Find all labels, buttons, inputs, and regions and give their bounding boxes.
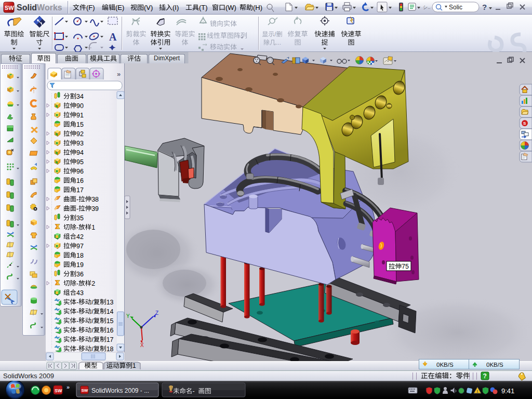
svg-text:0KB/S: 0KB/S — [486, 362, 503, 368]
svg-text:»: » — [117, 70, 121, 78]
svg-text:X: X — [140, 342, 144, 348]
svg-text:SW: SW — [5, 5, 14, 11]
svg-text:!: ! — [477, 389, 478, 394]
svg-text:シ..: シ.. — [423, 5, 430, 10]
svg-text:SolidWorks 2009 - ...: SolidWorks 2009 - ... — [91, 387, 149, 394]
svg-text:A: A — [109, 31, 117, 43]
svg-text:»: » — [66, 384, 70, 390]
svg-text:0KB/S: 0KB/S — [436, 362, 454, 368]
svg-text:S: S — [523, 121, 526, 126]
svg-text:SolidWorks: SolidWorks — [17, 3, 62, 12]
svg-text:Y: Y — [126, 313, 130, 319]
svg-text:?: ? — [483, 373, 487, 380]
svg-text:SW: SW — [82, 388, 88, 393]
svg-text:Z: Z — [155, 310, 158, 316]
svg-text:9:41: 9:41 — [501, 387, 514, 395]
svg-text:SW: SW — [55, 388, 62, 393]
svg-text:?: ? — [482, 3, 487, 11]
svg-text:Solic: Solic — [449, 4, 462, 11]
